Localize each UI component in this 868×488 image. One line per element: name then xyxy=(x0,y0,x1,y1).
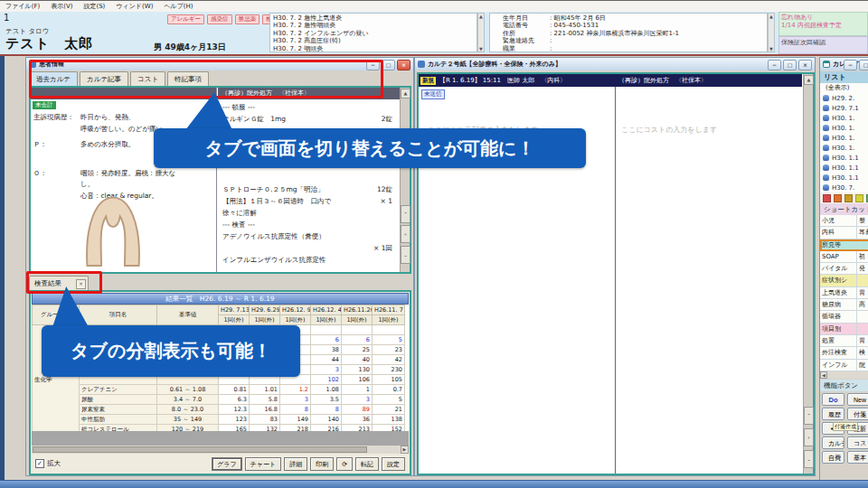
カルテ-button[interactable]: カルテ xyxy=(822,436,844,449)
details-scrollbar[interactable]: ▲ ▼ xyxy=(768,13,775,52)
付箋-button[interactable]: 付箋 xyxy=(847,408,868,420)
lab-horizontal-scrollbar[interactable]: ▶ xyxy=(32,446,409,454)
shortcut-row-所見等[interactable]: 所見等 xyxy=(820,239,868,251)
rx-line xyxy=(222,172,392,183)
zoom-label: 拡大 xyxy=(47,459,61,468)
cost-entry-placeholder[interactable]: ここにコストの入力をします xyxy=(621,125,717,135)
scroll-top-button[interactable]: ⌃ xyxy=(401,205,410,223)
自費-button[interactable]: 自費 xyxy=(822,451,844,464)
visit-date-item[interactable]: H29. 2. xyxy=(820,93,868,103)
diagnosis-list[interactable]: H30. 7. 2 急性上気道炎H30. 7. 2 急性咽頭炎H30. 7. 2… xyxy=(269,13,477,52)
table-row[interactable]: 中性脂肪35 ～ 1491238314914036138 xyxy=(33,415,405,425)
menu-item[interactable]: ファイル(F) xyxy=(5,2,40,11)
visit-date-item[interactable]: H30. 1.1 xyxy=(820,153,868,163)
lab-results-pane: 結果一覧 H26. 6.19 ～ R 1. 6.19 グループ名項目名基準値H2… xyxy=(29,290,411,475)
value-cell: 3 xyxy=(311,365,342,375)
shortcut-scrollbar[interactable]: ◀ xyxy=(820,371,868,379)
visit-date-item[interactable]: H30. 1.1 xyxy=(820,173,868,183)
転記-button[interactable]: 転記 xyxy=(355,457,379,471)
scroll-top-button[interactable]: ⌃ xyxy=(804,407,814,425)
shortcut-row-循環器[interactable]: 循環器 xyxy=(820,311,868,323)
menu-item[interactable]: 設定(S) xyxy=(83,2,105,11)
scroll-left-icon[interactable]: ◀ xyxy=(820,371,827,379)
visit-date-item[interactable]: H30. 7. xyxy=(820,183,868,192)
item-cell: 尿素窒素 xyxy=(80,405,157,415)
shortcut-row-症状別シ[interactable]: 症状別シ xyxy=(820,275,868,286)
Do-button[interactable]: Do xyxy=(822,393,844,406)
visit-date-item[interactable]: H30. 1. xyxy=(820,133,868,143)
notes-purple-area[interactable]: 保険証次回確認 xyxy=(778,36,868,54)
コスト-button[interactable]: コスト xyxy=(847,436,868,449)
table-row[interactable]: 尿酸3.4 ～ 7.06.35.833.535 xyxy=(33,395,405,405)
shortcut-row-項目別[interactable]: 項目別 xyxy=(820,324,868,335)
date-column-header: H29. 6.29 xyxy=(250,305,280,315)
チャート-button[interactable]: チャート xyxy=(245,457,282,471)
close-button[interactable]: × xyxy=(397,60,410,70)
visit-date-item[interactable]: H30. 1.1 xyxy=(820,163,868,173)
scroll-up-icon[interactable]: ▲ xyxy=(804,75,814,85)
minimize-button[interactable]: − xyxy=(768,60,781,70)
グラフ-button[interactable]: グラフ xyxy=(212,457,242,471)
maximize-button[interactable]: ▢ xyxy=(382,60,395,70)
menu-item[interactable]: ウィンド(W) xyxy=(116,2,153,11)
minimize-button[interactable]: − xyxy=(844,60,857,70)
shortcut-row-小児[interactable]: 小児整 xyxy=(820,215,868,227)
table-row[interactable]: クレアチニン0.61 ～ 1.080.811.011.21.0810.7 xyxy=(33,385,405,395)
maximize-button[interactable]: ▢ xyxy=(783,60,797,70)
visit-date-item[interactable]: H29. 7.1 xyxy=(820,103,868,113)
pane-scrollbar[interactable]: ▲ ⌃ ＋ ⌄ xyxy=(400,88,410,272)
patient-details[interactable]: 生年月日: 昭和45年 2月 6日電話番号: 045-450-1531住所: 2… xyxy=(489,13,768,52)
shortcut-row-インフル[interactable]: インフル院 xyxy=(820,360,868,371)
scroll-bottom-button[interactable]: ⌄ xyxy=(804,450,814,468)
rx-line: インフルエンザウイルス抗原定性 xyxy=(222,254,392,266)
設定-button[interactable]: 設定 xyxy=(382,457,405,471)
karte-sheet-titlebar[interactable]: カルテ２号紙【全診療科・全保険・外来のみ】 − ▢ × xyxy=(415,58,815,70)
close-button[interactable]: × xyxy=(798,60,812,70)
shortcut-row-バイタル[interactable]: バイタル発 xyxy=(820,263,868,275)
shortcut-row-内科[interactable]: 内科耳鼻 xyxy=(820,227,868,239)
menu-item[interactable]: ヘルプ(H) xyxy=(164,2,193,11)
karte-scrollbar[interactable]: ▲ ⌃ ＋ ⌄ xyxy=(803,74,813,474)
checkbox-checked-icon[interactable]: ✓ xyxy=(35,459,44,468)
印刷-button[interactable]: 印刷 xyxy=(310,457,334,471)
scroll-up-icon[interactable]: ▲ xyxy=(478,14,484,19)
refresh-button[interactable]: ⟳ xyxy=(336,457,353,471)
visit-date-item[interactable]: H30. 1. xyxy=(820,123,868,133)
value-cell: 16.8 xyxy=(250,405,280,415)
shortcut-row-処置[interactable]: 処置胃 xyxy=(820,335,868,347)
New-button[interactable]: New xyxy=(847,393,868,406)
shortcut-row-糖尿病[interactable]: 糖尿病高 xyxy=(820,299,868,311)
date-column-header: H29. 7.13 xyxy=(219,305,250,315)
基本-button[interactable]: 基本 xyxy=(847,451,868,464)
履歴-button[interactable]: 履歴 xyxy=(822,408,844,420)
scroll-down-icon[interactable]: ▼ xyxy=(478,46,484,52)
karte-article-column[interactable]: 未会計 主訴現病歴：昨日から、発熱、呼吸が苦しい。のどが痛い。Ｐ：多めの水分摂取… xyxy=(31,88,217,272)
shortcut-row-外注検査[interactable]: 外注検査検 xyxy=(820,347,868,359)
scroll-center-button[interactable]: ＋ xyxy=(401,225,410,243)
詳細-button[interactable]: 詳細 xyxy=(284,457,307,471)
visit-date-item[interactable]: H30. 1. xyxy=(820,113,868,123)
table-row[interactable]: 総コレステロール120 ～ 219165132218216213152 xyxy=(33,425,405,432)
zoom-checkbox[interactable]: ✓ 拡大 xyxy=(35,459,61,468)
menu-item[interactable]: 表示(V) xyxy=(51,2,72,11)
patient-notes[interactable]: 忘れ物あり1/14 内視鏡検査予定 保険証次回確認 xyxy=(778,12,868,54)
note-line: 1/14 内視鏡検査予定 xyxy=(781,22,865,30)
diagnosis-line: H30. 7. 2 急性上気道炎 xyxy=(273,14,476,22)
prescription-column[interactable]: （再診）院外処方 〈社保本〉 --- 頓服 ---テルギンＧ錠 1mg2錠ＳＰト… xyxy=(218,88,401,272)
scroll-up-icon[interactable]: ▲ xyxy=(769,14,774,19)
scrollbar-thumb[interactable] xyxy=(33,446,367,453)
visit-date-item[interactable]: H30. 1. xyxy=(820,143,868,153)
shortcut-row-上気道炎[interactable]: 上気道炎胃 xyxy=(820,287,868,299)
shortcut-row-SOAP[interactable]: SOAP初 xyxy=(820,251,868,263)
table-row[interactable]: 尿素窒素8.0 ～ 23.012.316.8888921 xyxy=(33,405,405,415)
scroll-right-icon[interactable]: ▶ xyxy=(401,446,409,454)
scroll-up-icon[interactable]: ▲ xyxy=(401,89,410,99)
scroll-down-icon[interactable]: ▼ xyxy=(769,46,774,52)
maximize-button[interactable]: ▢ xyxy=(859,60,868,70)
sidebar-titlebar[interactable]: カレンダー − ▢ × xyxy=(820,58,868,70)
scroll-center-button[interactable]: ＋ xyxy=(804,428,814,446)
show-all-item[interactable]: (全表示) xyxy=(820,83,868,93)
diagnosis-scrollbar[interactable]: ▲ ▼ xyxy=(477,13,485,52)
scroll-bottom-button[interactable]: ⌄ xyxy=(401,246,410,264)
notes-green-area[interactable]: 忘れ物あり1/14 内視鏡検査予定 xyxy=(778,12,868,36)
